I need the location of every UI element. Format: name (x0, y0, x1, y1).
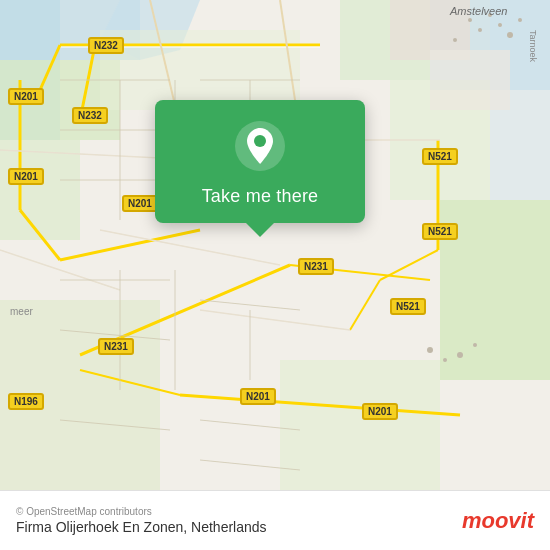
footer-bar: © OpenStreetMap contributors Firma Olije… (0, 490, 550, 550)
svg-point-56 (468, 18, 472, 22)
moovit-brand-text: moovit (462, 508, 534, 534)
svg-point-63 (427, 347, 433, 353)
moovit-logo: moovit (462, 508, 534, 534)
svg-text:Tarnoek: Tarnoek (528, 30, 538, 63)
road-label-n231-1: N231 (298, 258, 334, 275)
svg-text:meer: meer (10, 306, 33, 317)
road-label-n231-2: N231 (98, 338, 134, 355)
svg-rect-15 (430, 50, 510, 110)
svg-point-62 (453, 38, 457, 42)
svg-point-64 (443, 358, 447, 362)
svg-point-59 (498, 23, 502, 27)
location-name: Firma Olijerhoek En Zonen, Netherlands (16, 519, 267, 535)
svg-rect-8 (100, 30, 300, 110)
svg-point-60 (507, 32, 513, 38)
location-pin-icon (234, 120, 286, 172)
svg-point-65 (457, 352, 463, 358)
road-label-n201-5: N201 (362, 403, 398, 420)
copyright-text: © OpenStreetMap contributors (16, 506, 267, 517)
road-label-n521-1: N521 (422, 148, 458, 165)
road-label-n201-3: N201 (122, 195, 158, 212)
road-label-n201-2: N201 (8, 168, 44, 185)
svg-rect-13 (280, 360, 440, 490)
svg-point-71 (254, 135, 266, 147)
map-container: Amstelveen Tarnoek meer N232 N232 N201 N… (0, 0, 550, 490)
svg-rect-7 (0, 140, 80, 240)
road-label-n232-2: N232 (72, 107, 108, 124)
take-me-there-button[interactable]: Take me there (202, 186, 319, 207)
road-label-n196: N196 (8, 393, 44, 410)
road-label-n521-2: N521 (422, 223, 458, 240)
footer-left: © OpenStreetMap contributors Firma Olije… (16, 506, 267, 535)
svg-point-61 (518, 18, 522, 22)
road-label-n521-3: N521 (390, 298, 426, 315)
road-label-n232-1: N232 (88, 37, 124, 54)
road-label-n201-1: N201 (8, 88, 44, 105)
svg-point-57 (478, 28, 482, 32)
road-label-n201-4: N201 (240, 388, 276, 405)
popup-card[interactable]: Take me there (155, 100, 365, 223)
svg-text:Amstelveen: Amstelveen (449, 5, 507, 17)
svg-point-66 (473, 343, 477, 347)
